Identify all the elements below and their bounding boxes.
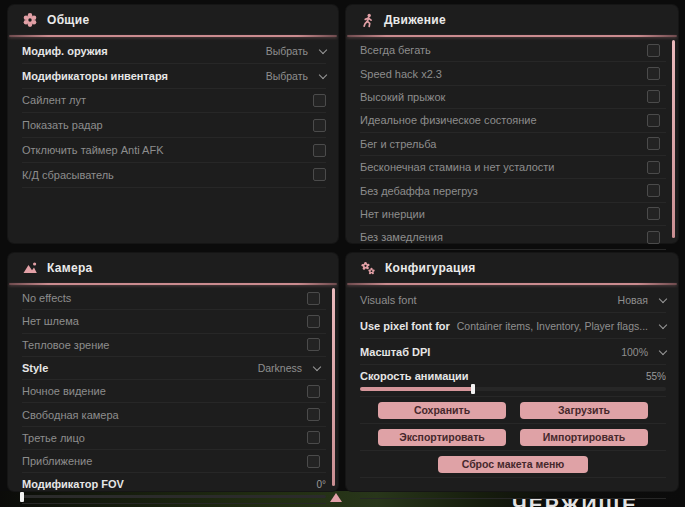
menu-row-weapon-mod: Модиф. оружия Выбрать: [22, 39, 326, 64]
zoom-checkbox[interactable]: [307, 455, 320, 468]
row-label: No effects: [22, 292, 71, 304]
load-button[interactable]: Загрузить: [520, 402, 648, 419]
menu-row-perfect-condition: Идеальное физическое состояние: [360, 109, 666, 132]
chevron-down-icon: [659, 320, 667, 328]
no-effects-checkbox[interactable]: [307, 292, 320, 305]
no-helmet-checkbox[interactable]: [307, 315, 320, 328]
weapon-mod-dropdown[interactable]: Выбрать: [266, 45, 326, 57]
panel-title: Движение: [384, 13, 446, 27]
panel-movement: Движение Всегда бегать Speed hack x2.3 В…: [346, 5, 678, 243]
animation-speed-value: 55%: [646, 371, 666, 382]
empty-row: [360, 478, 666, 499]
no-inertia-checkbox[interactable]: [647, 207, 660, 220]
running-man-icon: [360, 13, 375, 28]
free-camera-checkbox[interactable]: [307, 408, 320, 421]
inventory-mods-dropdown[interactable]: Выбрать: [266, 70, 326, 82]
menu-row-run-and-shoot: Бег и стрельба: [360, 133, 666, 156]
visuals-font-dropdown[interactable]: Новая: [618, 294, 666, 306]
menu-row-no-slowdown: Без замедления: [360, 226, 666, 249]
image-mountain-icon: [22, 260, 38, 276]
row-label: Третье лицо: [22, 432, 85, 444]
menu-row-show-radar: Показать радар: [22, 113, 326, 138]
panel-config: Конфигурация Visuals font Новая Use pixe…: [346, 253, 678, 491]
menu-row-no-effects: No effects: [22, 287, 326, 310]
menu-row-third-person: Третье лицо: [22, 427, 326, 450]
show-radar-checkbox[interactable]: [313, 119, 326, 132]
menu-row-style: Style Darkness: [22, 357, 326, 380]
menu-row-no-overload-debuff: Без дебаффа перегруз: [360, 179, 666, 202]
gears-icon: [360, 260, 376, 276]
export-button[interactable]: Экспортировать: [378, 429, 506, 446]
import-button[interactable]: Импортировать: [520, 429, 648, 446]
dpi-scale-dropdown[interactable]: 100%: [621, 346, 666, 358]
dropdown-value: Выбрать: [266, 45, 308, 57]
always-run-checkbox[interactable]: [647, 44, 660, 57]
dropdown-value: Выбрать: [266, 70, 308, 82]
dropdown-value: Darkness: [258, 362, 302, 374]
anti-afk-checkbox[interactable]: [313, 144, 326, 157]
silent-loot-checkbox[interactable]: [313, 94, 326, 107]
panel-title: Общие: [47, 13, 89, 27]
panel-title: Камера: [47, 261, 93, 275]
infinite-stamina-checkbox[interactable]: [647, 161, 660, 174]
movement-scrollbar[interactable]: [672, 40, 675, 238]
chevron-down-icon: [659, 294, 667, 302]
cooldown-reset-checkbox[interactable]: [313, 168, 326, 181]
fov-value: 0°: [316, 479, 326, 490]
row-label: Отключить таймер Anti AFK: [22, 144, 164, 156]
third-person-checkbox[interactable]: [307, 431, 320, 444]
row-label: Нет шлема: [22, 315, 79, 327]
slider-fill: [360, 387, 473, 391]
panel-general-header: Общие: [8, 5, 338, 35]
night-vision-checkbox[interactable]: [307, 385, 320, 398]
dropdown-value: Новая: [618, 294, 648, 306]
menu-row-cooldown-reset: К/Д сбрасыватель: [22, 163, 326, 188]
chevron-down-icon: [319, 70, 327, 78]
row-label: Без дебаффа перегруз: [360, 185, 478, 197]
row-label: Высокий прыжок: [360, 91, 445, 103]
row-label: Без замедления: [360, 231, 443, 243]
dropdown-value: 100%: [621, 346, 648, 358]
row-label: Модиф. оружия: [22, 45, 108, 57]
style-dropdown[interactable]: Darkness: [258, 362, 320, 374]
reset-menu-layout-button[interactable]: Сброс макета меню: [438, 456, 588, 473]
row-label: Показать радар: [22, 119, 103, 131]
dropdown-value: Container items, Inventory, Player flags…: [457, 320, 648, 332]
chevron-down-icon: [319, 46, 327, 54]
menu-row-zoom: Приближение: [22, 450, 326, 473]
no-slowdown-checkbox[interactable]: [647, 231, 660, 244]
row-label: Приближение: [22, 455, 92, 467]
run-and-shoot-checkbox[interactable]: [647, 137, 660, 150]
row-label: Скорость анимации: [360, 370, 469, 382]
menu-row-high-jump: Высокий прыжок: [360, 86, 666, 109]
menu-row-thermal-vision: Тепловое зрение: [22, 334, 326, 357]
row-label: Масштаб DPI: [360, 346, 430, 358]
menu-row-inventory-mods: Модификаторы инвентаря Выбрать: [22, 64, 326, 89]
row-label: Всегда бегать: [360, 44, 431, 56]
high-jump-checkbox[interactable]: [647, 90, 660, 103]
slider-handle[interactable]: [20, 492, 24, 502]
row-label: Тепловое зрение: [22, 339, 109, 351]
animation-speed-slider[interactable]: [360, 387, 666, 391]
menu-row-anti-afk: Отключить таймер Anti AFK: [22, 138, 326, 163]
fov-slider[interactable]: [22, 495, 326, 498]
menu-row-free-camera: Свободная камера: [22, 403, 326, 426]
save-button[interactable]: Сохранить: [378, 402, 506, 419]
panel-camera: Камера No effects Нет шлема Тепловое зре…: [8, 253, 338, 491]
menu-row-pixel-font: Use pixel font for Container items, Inve…: [360, 313, 666, 339]
slider-handle[interactable]: [471, 384, 475, 394]
menu-row-no-helmet: Нет шлема: [22, 310, 326, 333]
menu-row-visuals-font: Visuals font Новая: [360, 287, 666, 313]
row-label: Style: [22, 362, 48, 374]
panel-config-header: Конфигурация: [346, 253, 678, 283]
speed-hack-checkbox[interactable]: [647, 67, 660, 80]
camera-scrollbar[interactable]: [332, 288, 335, 486]
menu-row-silent-loot: Сайлент лут: [22, 89, 326, 114]
perfect-condition-checkbox[interactable]: [647, 114, 660, 127]
no-overload-debuff-checkbox[interactable]: [647, 184, 660, 197]
menu-row-infinite-stamina: Бесконечная стамина и нет усталости: [360, 156, 666, 179]
thermal-vision-checkbox[interactable]: [307, 338, 320, 351]
row-label: Бег и стрельба: [360, 138, 436, 150]
pixel-font-dropdown[interactable]: Container items, Inventory, Player flags…: [457, 320, 666, 332]
row-label: Use pixel font for: [360, 320, 450, 332]
